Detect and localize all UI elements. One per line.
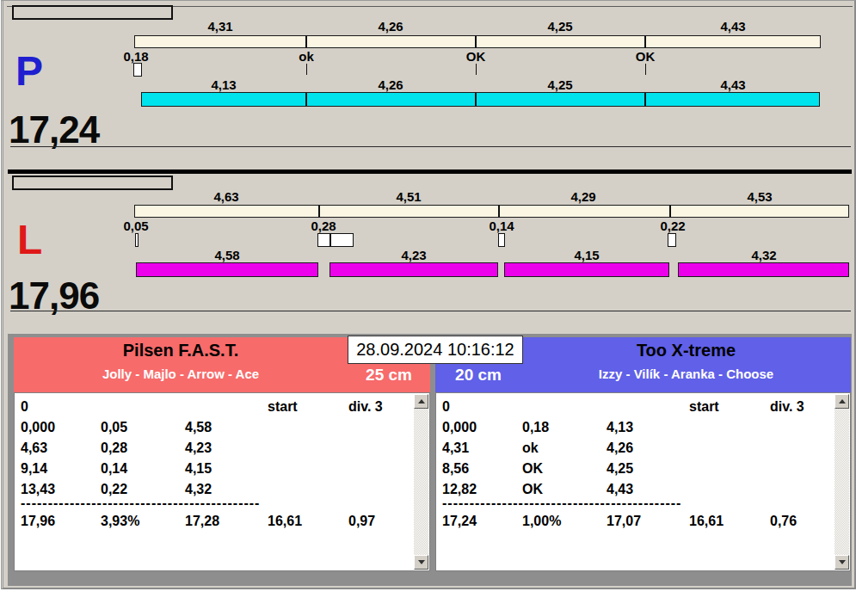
lane-p-start-box-marker — [133, 63, 142, 77]
lane-l-lap-bar — [134, 205, 849, 218]
lane-p-exchange-label: 0,18 — [110, 49, 162, 64]
lane-l-exchange-label: 0,05 — [110, 219, 162, 233]
table-cell: div. 3 — [348, 398, 383, 416]
table-cell: 4,26 — [607, 440, 633, 457]
table-total-cell: 0,97 — [348, 513, 375, 530]
right-results-table: 0 start div. 3 0,000 0,18 4,13 4,31 ok 4… — [435, 392, 851, 571]
lane-p-letter: P — [15, 51, 43, 92]
lap-bar-divider — [669, 206, 671, 217]
lane-l-dog-split-label: 4,23 — [379, 248, 448, 262]
table-cell: 0,14 — [101, 460, 127, 477]
table-cell: 0,000 — [442, 419, 477, 436]
dog-bar-divider — [305, 93, 307, 106]
scroll-down-button[interactable] — [414, 555, 428, 570]
lane-l-dog-split-label: 4,15 — [552, 248, 621, 262]
lane-l-dog-bar-segment — [136, 262, 318, 277]
lane-p-traffic-lights — [12, 5, 173, 20]
lane-p-dog-split-label: 4,26 — [356, 77, 425, 92]
table-total-cell: 16,61 — [268, 513, 302, 530]
table-total-cell: 0,76 — [770, 513, 797, 530]
lane-l-lap-split-label: 4,53 — [725, 189, 794, 204]
lap-bar-divider — [475, 36, 477, 47]
table-cell: OK — [522, 460, 543, 477]
lane-p-lap-split-label: 4,31 — [186, 19, 255, 34]
table-total-cell: 17,24 — [442, 513, 477, 530]
table-total-cell: 3,93% — [101, 513, 139, 530]
lane-l-lap-split-label: 4,29 — [549, 189, 618, 204]
dog-bar-divider — [475, 93, 477, 106]
lane-p-exchange-label: ok — [280, 49, 332, 64]
lane-p-lap-bar — [134, 35, 821, 48]
lane-separator-bar — [8, 169, 852, 174]
table-cell: div. 3 — [770, 398, 804, 416]
lane-p-dog-split-label: 4,43 — [699, 77, 767, 92]
scroll-up-icon — [839, 399, 846, 403]
app-window: 4,31 4,26 4,25 4,43 0,18 ok OK OK 4,13 4… — [1, 0, 856, 589]
table-divider-dashes: ----------------------------------------… — [21, 495, 262, 512]
lane-l-exchange-label: 0,28 — [298, 219, 349, 233]
lane-p-dog-split-label: 4,25 — [526, 77, 594, 92]
lane-p-baseline — [10, 146, 851, 147]
lane-p-lap-split-label: 4,26 — [356, 19, 425, 34]
table-total-cell: 16,61 — [689, 513, 724, 530]
table-total-cell: 17,28 — [185, 513, 219, 530]
table-cell: 4,63 — [21, 440, 47, 457]
table-cell: 4,31 — [442, 440, 469, 457]
table-cell: ok — [522, 440, 539, 457]
lane-l-exchange-box-marker — [317, 233, 354, 247]
lane-l-traffic-lights — [12, 176, 173, 190]
table-cell: 9,14 — [21, 460, 47, 477]
table-cell: 0,000 — [21, 419, 55, 436]
lane-l-lap-split-label: 4,51 — [374, 189, 443, 204]
lane-l-exchange-box-marker — [498, 233, 505, 247]
exchange-tick — [476, 64, 477, 75]
exchange-tick — [306, 64, 307, 75]
table-divider-dashes: ----------------------------------------… — [442, 495, 683, 512]
table-cell: 4,23 — [185, 440, 212, 457]
lane-l-letter: L — [17, 219, 42, 261]
table-cell: start — [689, 398, 719, 416]
lane-l-start-box-marker — [135, 233, 139, 247]
left-team-dogs: Jolly - Majlo - Arrow - Ace — [14, 367, 348, 385]
lane-p-lap-split-label: 4,25 — [526, 19, 594, 34]
left-table-scrollbar[interactable] — [414, 394, 428, 570]
box-marker-divider — [329, 234, 331, 246]
table-total-cell: 1,00% — [522, 513, 561, 530]
lap-bar-divider — [305, 36, 307, 47]
exchange-tick — [645, 64, 646, 75]
right-team-dogs: Izzy - Vilík - Aranka - Choose — [521, 367, 851, 385]
table-cell: 4,15 — [185, 460, 212, 477]
datetime-box: 28.09.2024 10:16:12 — [348, 336, 523, 364]
scroll-up-button[interactable] — [414, 394, 428, 409]
lane-l-dog-bar-segment — [329, 262, 498, 277]
table-total-cell: 17,07 — [607, 513, 641, 530]
table-cell: 0,18 — [522, 419, 549, 436]
lane-l-total-time: 17,96 — [9, 277, 99, 315]
lane-p-lap-split-label: 4,43 — [699, 19, 767, 34]
left-jump-height-badge: 25 cm — [348, 366, 430, 385]
lane-l-lap-split-label: 4,63 — [192, 189, 261, 204]
table-total-cell: 17,96 — [21, 513, 55, 530]
left-team-name: Pilsen F.A.S.T. — [14, 341, 348, 361]
lane-p-exchange-label: OK — [619, 49, 671, 64]
lane-l-exchange-label: 0,14 — [476, 219, 527, 233]
lane-l-dog-split-label: 4,58 — [193, 248, 262, 262]
table-cell: 0,05 — [101, 419, 127, 436]
lane-p-dog-split-label: 4,13 — [189, 77, 258, 92]
right-table-scrollbar[interactable] — [834, 394, 849, 570]
scroll-down-button[interactable] — [834, 555, 849, 570]
lane-l-dog-bar-segment — [504, 262, 669, 277]
lap-bar-divider — [318, 206, 320, 217]
lap-bar-divider — [644, 36, 646, 47]
lane-l-exchange-box-marker — [668, 233, 676, 247]
table-cell: 0 — [442, 398, 450, 416]
lane-l-dog-bar-segment — [678, 262, 849, 277]
table-cell: 4,25 — [607, 460, 633, 477]
table-cell: 0 — [21, 398, 28, 416]
scroll-down-icon — [418, 560, 425, 564]
scroll-up-button[interactable] — [834, 394, 849, 409]
dog-bar-divider — [644, 93, 646, 106]
scroll-down-icon — [839, 560, 846, 564]
lane-l-baseline — [10, 311, 851, 311]
table-cell: start — [268, 398, 298, 416]
